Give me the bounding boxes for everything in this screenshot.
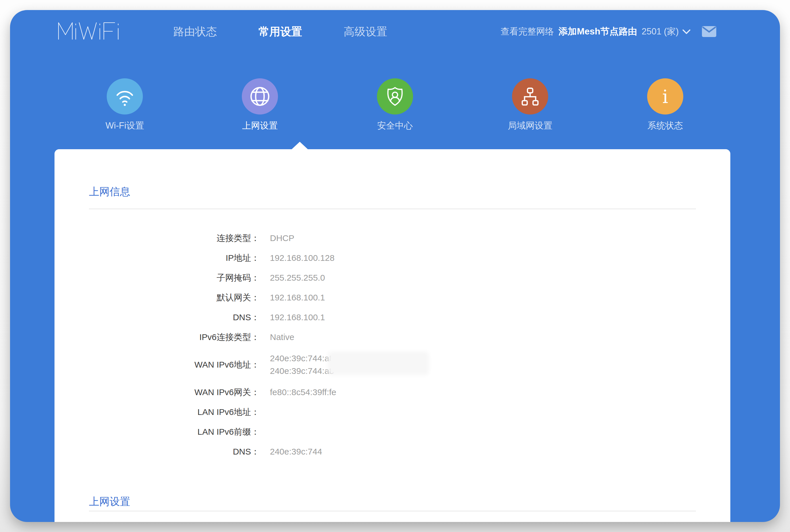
quick-nav-label: 安全中心 bbox=[377, 120, 413, 132]
info-row: DNS： 192.168.100.1 bbox=[89, 312, 696, 322]
globe-icon bbox=[248, 84, 272, 108]
quick-nav-label: 局域网设置 bbox=[508, 120, 553, 132]
info-icon: i bbox=[653, 84, 677, 108]
info-row-label: DNS： bbox=[89, 312, 259, 322]
view-full-network-link[interactable]: 查看完整网络 bbox=[501, 25, 554, 38]
redacted-blur-overlay bbox=[331, 354, 426, 372]
info-row-value-line: 240e:39c:744:a8 bbox=[270, 352, 334, 365]
quick-nav-label: 系统状态 bbox=[648, 120, 683, 132]
miwifi-logo-icon bbox=[57, 21, 129, 40]
router-admin-panel: 路由状态常用设置高级设置 查看完整网络 添加Mesh节点路由 2501 (家) bbox=[10, 10, 780, 522]
quick-nav-item-lan-topology[interactable]: 局域网设置 bbox=[463, 78, 598, 132]
quick-nav-item-globe[interactable]: 上网设置 bbox=[192, 78, 328, 132]
card-pointer bbox=[292, 142, 308, 149]
internet-info-section: 上网信息 连接类型： DHCP IP地址： 192.168.100.128 子网… bbox=[55, 149, 730, 457]
quick-nav-item-wifi[interactable]: Wi-Fi设置 bbox=[57, 78, 192, 132]
info-row-value: DHCP bbox=[270, 233, 294, 243]
wifi-icon bbox=[113, 84, 137, 108]
info-row-label: IP地址： bbox=[89, 253, 259, 263]
nav-tab-router-status[interactable]: 路由状态 bbox=[173, 24, 217, 39]
main-nav: 路由状态常用设置高级设置 bbox=[173, 10, 387, 53]
quick-nav-item-shield-user[interactable]: 安全中心 bbox=[328, 78, 463, 132]
shield-user-icon bbox=[383, 84, 407, 108]
info-row-value: 192.168.100.1 bbox=[270, 312, 325, 322]
info-row-label: IPv6连接类型： bbox=[89, 332, 259, 342]
quick-nav-label: 上网设置 bbox=[242, 120, 278, 132]
internet-info-rows: 连接类型： DHCP IP地址： 192.168.100.128 子网掩码： 2… bbox=[89, 209, 696, 457]
info-row-value: 192.168.100.1 bbox=[270, 293, 325, 302]
info-row: DNS： 240e:39c:744 bbox=[89, 447, 696, 457]
quick-nav-item-info[interactable]: i 系统状态 bbox=[598, 78, 733, 132]
section-title-internet-info: 上网信息 bbox=[89, 149, 696, 197]
info-row-label: LAN IPv6地址： bbox=[89, 407, 259, 417]
info-row-value: fe80::8c54:39ff:fe bbox=[270, 387, 336, 397]
info-row-label: 连接类型： bbox=[89, 233, 259, 243]
info-row-label: LAN IPv6前缀： bbox=[89, 427, 259, 437]
messages-button[interactable] bbox=[702, 26, 716, 37]
quick-nav-label: Wi-Fi设置 bbox=[105, 120, 144, 132]
info-row-value: 192.168.100.128 bbox=[270, 253, 334, 263]
chevron-down-icon bbox=[682, 29, 691, 34]
info-row-value: 240e:39c:744:a8240e:39c:744:a8 bbox=[270, 352, 334, 377]
router-name-label: 2501 (家) bbox=[642, 25, 679, 38]
lan-topology-icon bbox=[518, 84, 542, 108]
router-name-dropdown[interactable]: 2501 (家) bbox=[642, 25, 691, 38]
info-row: WAN IPv6地址： 240e:39c:744:a8240e:39c:744:… bbox=[89, 352, 696, 377]
info-row: WAN IPv6网关： fe80::8c54:39ff:fe bbox=[89, 387, 696, 397]
add-mesh-node-link[interactable]: 添加Mesh节点路由 bbox=[559, 25, 637, 38]
info-row: 默认网关： 192.168.100.1 bbox=[89, 293, 696, 302]
info-row-value: Native bbox=[270, 332, 294, 342]
section-title-internet-settings: 上网设置 bbox=[89, 467, 696, 507]
content-card: 上网信息 连接类型： DHCP IP地址： 192.168.100.128 子网… bbox=[55, 149, 730, 522]
info-row-value: 255.255.255.0 bbox=[270, 273, 325, 283]
info-row: 连接类型： DHCP bbox=[89, 233, 696, 243]
header-right-group: 查看完整网络 添加Mesh节点路由 2501 (家) bbox=[501, 10, 716, 53]
info-row-label: 子网掩码： bbox=[89, 273, 259, 283]
info-row: IP地址： 192.168.100.128 bbox=[89, 253, 696, 263]
top-navigation-bar: 路由状态常用设置高级设置 查看完整网络 添加Mesh节点路由 2501 (家) bbox=[10, 10, 780, 53]
divider bbox=[89, 511, 696, 511]
info-row: 子网掩码： 255.255.255.0 bbox=[89, 273, 696, 283]
quick-settings-row: Wi-Fi设置 上网设置 安全中心 局域网设置 i 系统状态 bbox=[10, 78, 780, 132]
info-row-label: DNS： bbox=[89, 447, 259, 457]
internet-settings-section: 上网设置 bbox=[55, 467, 730, 511]
info-row: LAN IPv6前缀： bbox=[89, 427, 696, 437]
info-row-value: 240e:39c:744 bbox=[270, 447, 322, 457]
info-row-label: 默认网关： bbox=[89, 293, 259, 302]
info-row-label: WAN IPv6网关： bbox=[89, 387, 259, 397]
nav-tab-advanced-settings[interactable]: 高级设置 bbox=[344, 24, 387, 39]
svg-text:i: i bbox=[662, 86, 668, 107]
info-row: LAN IPv6地址： bbox=[89, 407, 696, 417]
mail-icon bbox=[702, 26, 716, 37]
info-row-label: WAN IPv6地址： bbox=[89, 360, 259, 369]
miwifi-logo[interactable] bbox=[57, 21, 129, 41]
info-row: IPv6连接类型： Native bbox=[89, 332, 696, 342]
info-row-value-line: 240e:39c:744:a8 bbox=[270, 365, 334, 377]
nav-tab-common-settings[interactable]: 常用设置 bbox=[258, 24, 302, 39]
